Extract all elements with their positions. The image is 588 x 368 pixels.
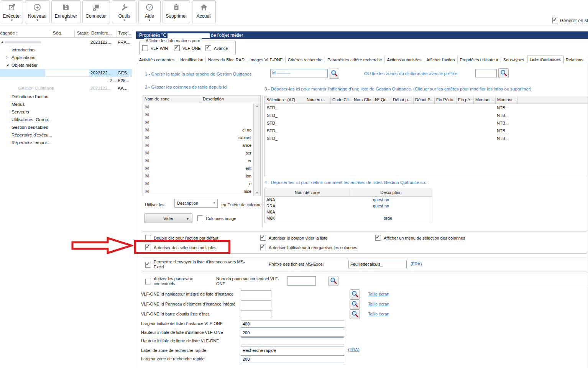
largeur-liste-input[interactable] <box>241 320 344 328</box>
zone-list-row[interactable]: M <box>143 103 254 111</box>
context-panel-name-input[interactable] <box>287 276 316 286</box>
tree-item-label[interactable]: Répertoire d'exécu... <box>11 133 52 137</box>
home-button[interactable]: Accueil <box>192 0 216 23</box>
tree-row-utilisateurs[interactable]: Utilisateurs, Group... <box>0 116 132 123</box>
tab-proprietes-utilisateur[interactable]: Propriétés utilisateur <box>458 56 501 63</box>
avance-checkbox[interactable]: Avancé <box>205 45 228 51</box>
tree-collapse-icon[interactable] <box>6 54 8 61</box>
col-fin-pe[interactable]: Fin pé... <box>457 96 474 104</box>
selections-multiples-checkbox[interactable]: Autoriser des sélections multiples <box>145 245 216 250</box>
sort-row[interactable]: M6A <box>265 209 432 215</box>
generate-style-checkbox[interactable]: Générer en styl <box>552 18 588 23</box>
tree-row-repertoire-execution[interactable]: Répertoire d'exécu... <box>0 131 132 139</box>
dictionary-search-button[interactable] <box>498 68 509 78</box>
col-n-qu[interactable]: N° Qu... <box>373 96 391 104</box>
tree-expand-icon[interactable] <box>6 61 8 69</box>
excel-prefix-input[interactable] <box>348 260 407 268</box>
tree-header-type[interactable]: Type... <box>118 31 131 35</box>
instance-row[interactable]: STD_NTB... <box>265 104 588 112</box>
tree-item-label[interactable]: Applications <box>11 55 35 60</box>
vlf-win-checkbox-box[interactable] <box>142 45 148 51</box>
zone-list-row[interactable]: Mel no <box>143 126 254 134</box>
tab-notes-bloc-rad[interactable]: Notes du Bloc RAD <box>206 56 247 63</box>
hauteur-ligne-input[interactable] <box>241 337 344 345</box>
tree-header-last[interactable]: Dernière... <box>91 31 112 35</box>
col-code-cli[interactable]: Code Cli... <box>331 96 352 104</box>
table-search-button[interactable] <box>329 69 339 79</box>
tab-parametres-critere[interactable]: Paramètres critère recherche <box>325 56 384 63</box>
tree-header-legend[interactable]: Légende : <box>0 31 48 35</box>
zone-list-row[interactable]: Mion <box>143 172 254 180</box>
reorganiser-colonnes-checkbox-box[interactable] <box>260 245 266 250</box>
tree-item-label[interactable]: Serveurs <box>11 110 29 114</box>
scroll-up-icon[interactable]: ▲ <box>254 103 260 108</box>
sort-col-desc[interactable]: Description <box>350 189 432 196</box>
avance-checkbox-box[interactable] <box>205 45 211 51</box>
vlf-one-checkbox[interactable]: VLF-ONE <box>174 45 201 51</box>
excel-lang-link[interactable]: (FRA) <box>411 261 422 266</box>
dictionary-prefix-input[interactable] <box>475 69 497 77</box>
tree-row-serveurs[interactable]: Serveurs <box>0 108 132 116</box>
tree-item-label[interactable]: Gestion Quittance <box>18 86 54 90</box>
zone-list-row[interactable]: Mer <box>143 157 254 164</box>
instance-row[interactable]: STD_NTB... <box>265 112 588 119</box>
table-name-input[interactable]: M <box>270 69 328 77</box>
col-montant1[interactable]: Montant... <box>474 96 496 104</box>
tree-row-redacted[interactable]: 2... B28... <box>0 77 132 84</box>
tab-actions-autorisees[interactable]: Actions autorisées <box>385 56 424 63</box>
tree-row-menus[interactable]: Menus <box>0 100 132 108</box>
tab-criteres-recherche[interactable]: Critères recherche <box>286 56 325 63</box>
instance-row[interactable]: STD_NTB... <box>265 119 588 127</box>
instance-row[interactable]: STD_NTB... <box>265 135 588 142</box>
tree-item-label[interactable]: Définitions d'action <box>11 94 48 99</box>
tree-expand-icon[interactable] <box>1 38 3 46</box>
zone-list-row[interactable]: Ment <box>143 164 254 172</box>
vlf-one-checkbox-box[interactable] <box>174 45 180 51</box>
zone-list-row[interactable]: M <box>143 111 254 118</box>
double-clic-checkbox-box[interactable] <box>145 235 151 241</box>
recherche-lang-link[interactable]: (FRA) <box>348 347 359 352</box>
delete-button[interactable]: Supprimer <box>163 0 190 23</box>
reorganiser-colonnes-checkbox[interactable]: Autoriser l'utilisateur à réorganiser le… <box>260 245 357 250</box>
tree-header-status[interactable]: Statut <box>76 31 89 35</box>
sort-row[interactable]: M6Korde <box>265 215 432 221</box>
taille-ecran-link-2[interactable]: Taille écran <box>368 302 389 306</box>
tab-identification[interactable]: Identification <box>177 56 206 63</box>
tab-images-vlf-one[interactable]: Images VLF-ONE <box>247 56 286 63</box>
bouton-vider-checkbox[interactable]: Autoriser le bouton vider la liste <box>260 235 327 241</box>
connect-button[interactable]: Connecter <box>82 0 110 23</box>
tree-row-definitions-action[interactable]: Définitions d'action <box>0 93 132 100</box>
vider-button[interactable]: Vider ▾ <box>145 214 192 223</box>
zone-list-row[interactable]: Mcabinet <box>143 134 254 141</box>
tab-liste-instances[interactable]: Liste d'instances <box>527 56 563 63</box>
id-panneau-input[interactable] <box>241 300 271 308</box>
col-debut-p2[interactable]: Début P... <box>414 96 435 104</box>
context-panels-checkbox-box[interactable] <box>145 279 151 284</box>
tree-item-label[interactable]: Utilisateurs, Group... <box>11 117 52 122</box>
id-navigateur-search-button[interactable] <box>350 289 360 299</box>
excel-export-checkbox-box[interactable] <box>145 262 151 268</box>
col-montant2[interactable]: Montant... <box>496 96 518 104</box>
id-navigateur-input[interactable] <box>241 290 271 298</box>
tree-row-root[interactable]: 2023122... FRA... <box>0 38 132 46</box>
context-panel-search-button[interactable] <box>328 276 338 286</box>
tree-header-seq[interactable]: Séq. <box>53 31 62 35</box>
id-panneau-search-button[interactable] <box>350 299 360 309</box>
col-numero[interactable]: Numéro... <box>305 96 331 104</box>
scroll-down-icon[interactable]: ▼ <box>254 191 260 195</box>
instance-row[interactable]: STD_NTB... <box>265 127 588 135</box>
bouton-vider-checkbox-box[interactable] <box>260 235 266 241</box>
zone-list-col-desc[interactable]: Description <box>201 95 253 103</box>
colonnes-image-checkbox[interactable]: Colonnes image <box>197 215 237 221</box>
tree-item-label[interactable]: Répertoire tempor... <box>11 140 51 145</box>
tree-row-repertoire-temporaire[interactable]: Répertoire tempor... <box>0 139 132 146</box>
menu-selection-colonnes-checkbox[interactable]: Afficher un menu de sélection des colonn… <box>375 235 465 241</box>
zone-list-row[interactable]: Mance <box>143 141 254 149</box>
col-nom-clie[interactable]: Nom Clie... <box>352 96 373 104</box>
tree-row-introduction[interactable]: Introduction <box>0 46 132 54</box>
tree-item-label[interactable]: Introduction <box>11 48 34 52</box>
tab-activites-courantes[interactable]: Activités courantes <box>137 56 177 63</box>
new-button[interactable]: Nouveau <box>25 0 49 23</box>
zone-list-scrollbar[interactable]: ▲ ▼ <box>253 103 260 196</box>
tree-row-gestion-quittance[interactable]: Gestion Quittance 2023122... AA... <box>0 84 132 92</box>
